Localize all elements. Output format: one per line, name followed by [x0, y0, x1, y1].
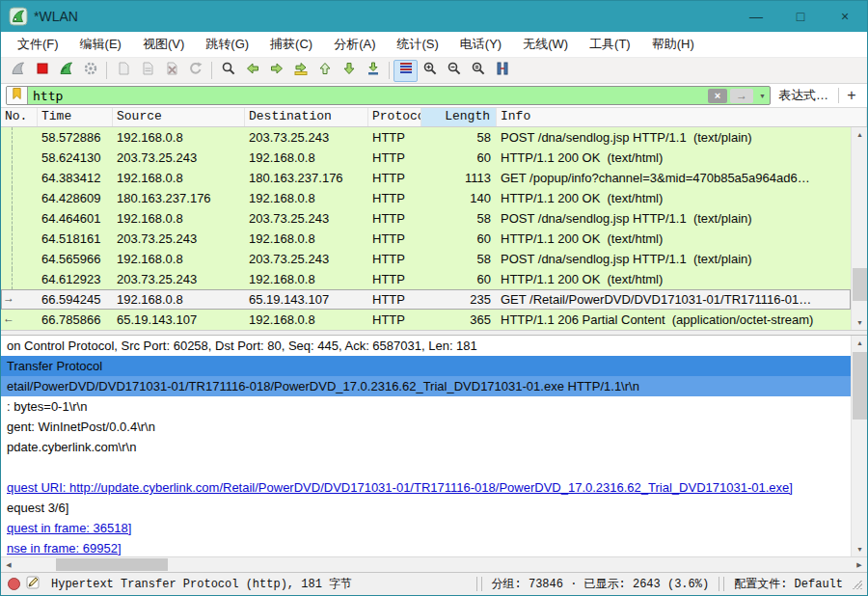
- menu-statistics[interactable]: 统计(S): [386, 32, 448, 57]
- detail-line-http-request-count[interactable]: equest 3/6]: [1, 498, 851, 518]
- cell-destination: 203.73.25.243: [245, 252, 368, 266]
- table-row[interactable]: 64.464601 192.168.0.8 203.73.25.243 HTTP…: [1, 208, 851, 229]
- detail-line-tcp[interactable]: on Control Protocol, Src Port: 60258, Ds…: [1, 336, 851, 356]
- restart-capture-button[interactable]: [54, 60, 78, 82]
- add-filter-button[interactable]: +: [841, 87, 862, 104]
- scroll-up-icon[interactable]: ▲: [852, 127, 868, 142]
- auto-scroll-button[interactable]: [361, 60, 385, 82]
- table-row[interactable]: ← 66.785866 65.19.143.107 192.168.0.8 HT…: [1, 310, 851, 330]
- detail-line-full-request-uri-link[interactable]: quest URI: http://update.cyberlink.com/R…: [1, 477, 851, 498]
- cell-protocol: HTTP: [368, 312, 421, 327]
- column-header-time[interactable]: Time: [38, 108, 113, 126]
- scrollbar-thumb[interactable]: [56, 558, 168, 571]
- column-header-source[interactable]: Source: [113, 108, 245, 126]
- scroll-down-icon[interactable]: ▼: [852, 542, 867, 556]
- menu-bar: 文件(F) 编辑(E) 视图(V) 跳转(G) 捕获(C) 分析(A) 统计(S…: [1, 32, 867, 58]
- column-header-info[interactable]: Info: [497, 108, 867, 126]
- capture-options-button[interactable]: [78, 60, 102, 82]
- go-back-button[interactable]: [240, 60, 264, 82]
- capture-comment-button[interactable]: [26, 576, 40, 593]
- filter-bookmark-button[interactable]: [7, 87, 28, 104]
- filter-clear-button[interactable]: ×: [708, 89, 727, 103]
- menu-telephony[interactable]: 电话(Y): [449, 32, 512, 57]
- close-button[interactable]: ×: [823, 1, 867, 32]
- save-file-button[interactable]: [135, 60, 159, 82]
- column-header-no[interactable]: No.: [1, 108, 38, 126]
- menu-file[interactable]: 文件(F): [7, 32, 69, 57]
- column-header-protocol[interactable]: Protocol: [368, 108, 421, 126]
- menu-tools[interactable]: 工具(T): [579, 32, 641, 57]
- detail-line-range[interactable]: : bytes=0-1\r\n: [1, 396, 851, 417]
- maximize-button[interactable]: □: [778, 1, 823, 32]
- go-last-button[interactable]: [337, 60, 361, 82]
- arrow-left-icon: [245, 61, 260, 80]
- zoom-reset-button[interactable]: [466, 60, 490, 82]
- column-header-length[interactable]: Length: [421, 108, 497, 126]
- start-capture-button[interactable]: [6, 60, 30, 82]
- close-file-button[interactable]: [159, 60, 183, 82]
- reload-file-button[interactable]: [183, 60, 207, 82]
- horizontal-scrollbar[interactable]: ◀ ▶: [1, 556, 867, 572]
- table-row[interactable]: 64.612923 203.73.25.243 192.168.0.8 HTTP…: [1, 269, 851, 289]
- scroll-up-icon[interactable]: ▲: [852, 336, 867, 350]
- scroll-right-icon[interactable]: ▶: [852, 557, 867, 572]
- go-first-button[interactable]: [312, 60, 337, 82]
- menu-capture[interactable]: 捕获(C): [259, 32, 323, 57]
- table-row[interactable]: 58.624130 203.73.25.243 192.168.0.8 HTTP…: [1, 148, 851, 168]
- title-bar: *WLAN — □ ×: [1, 1, 867, 32]
- find-packet-button[interactable]: [216, 60, 240, 82]
- table-row[interactable]: 58.572886 192.168.0.8 203.73.25.243 HTTP…: [1, 127, 851, 148]
- cell-destination: 192.168.0.8: [245, 312, 368, 327]
- related-packet-line: [12, 127, 13, 148]
- resize-grip[interactable]: [853, 580, 862, 589]
- status-profile[interactable]: 配置文件: Default: [726, 576, 851, 592]
- expert-info-icon[interactable]: [8, 578, 20, 590]
- cell-info: POST /dna/sendlog.jsp HTTP/1.1 (text/pla…: [497, 211, 851, 226]
- filter-dropdown-button[interactable]: ▼: [755, 87, 770, 104]
- resize-columns-button[interactable]: [490, 60, 514, 82]
- menu-wireless[interactable]: 无线(W): [512, 32, 579, 57]
- details-scrollbar[interactable]: ▲ ▼: [851, 336, 867, 556]
- minimize-button[interactable]: —: [734, 1, 778, 32]
- detail-line-prev-request-frame-link[interactable]: quest in frame: 36518]: [1, 518, 851, 538]
- zoom-out-icon: [447, 61, 462, 80]
- expression-button[interactable]: 表达式…: [771, 87, 836, 104]
- display-filter-input[interactable]: http: [28, 87, 708, 104]
- packet-list-header: No. Time Source Destination Protocol Len…: [1, 108, 867, 127]
- menu-go[interactable]: 跳转(G): [195, 32, 259, 57]
- table-row[interactable]: 64.518161 203.73.25.243 192.168.0.8 HTTP…: [1, 229, 851, 249]
- open-file-button[interactable]: [111, 60, 135, 82]
- scrollbar-thumb[interactable]: [853, 352, 867, 420]
- zoom-in-icon: [422, 61, 438, 80]
- table-row[interactable]: 64.383412 192.168.0.8 180.163.237.176 HT…: [1, 168, 851, 188]
- related-packet-cell: [1, 127, 38, 148]
- cell-time: 64.383412: [38, 171, 113, 185]
- menu-edit[interactable]: 编辑(E): [69, 32, 132, 57]
- menu-help[interactable]: 帮助(H): [641, 32, 705, 57]
- column-header-destination[interactable]: Destination: [245, 108, 368, 126]
- cell-destination: 192.168.0.8: [245, 231, 368, 246]
- filter-apply-button[interactable]: →: [730, 89, 753, 103]
- zoom-in-button[interactable]: [418, 60, 442, 82]
- related-packet-cell: [1, 188, 38, 208]
- packet-list-scrollbar[interactable]: ▲ ▼: [851, 127, 867, 330]
- go-to-packet-button[interactable]: [288, 60, 312, 82]
- scrollbar-thumb[interactable]: [853, 268, 867, 301]
- detail-line-http-selected[interactable]: Transfer Protocol: [1, 356, 851, 376]
- menu-view[interactable]: 视图(V): [132, 32, 195, 57]
- detail-line-user-agent[interactable]: gent: WinInetPost/0.0.4\r\n: [1, 417, 851, 437]
- scroll-left-icon[interactable]: ◀: [1, 557, 16, 572]
- scroll-down-icon[interactable]: ▼: [852, 315, 868, 330]
- cell-info: GET /Retail/PowerDVD/DVD171031-01/TR1711…: [497, 292, 851, 307]
- table-row[interactable]: 64.565966 192.168.0.8 203.73.25.243 HTTP…: [1, 249, 851, 269]
- go-forward-button[interactable]: [264, 60, 288, 82]
- zoom-out-button[interactable]: [442, 60, 466, 82]
- table-row-selected[interactable]: → 66.594245 192.168.0.8 65.19.143.107 HT…: [1, 289, 851, 310]
- stop-capture-button[interactable]: [30, 60, 54, 82]
- colorize-button[interactable]: [393, 60, 418, 82]
- table-row[interactable]: 64.428609 180.163.237.176 192.168.0.8 HT…: [1, 188, 851, 208]
- detail-line-request[interactable]: etail/PowerDVD/DVD171031-01/TR171116-018…: [1, 376, 851, 396]
- menu-analyze[interactable]: 分析(A): [323, 32, 386, 57]
- detail-line-response-frame-link[interactable]: nse in frame: 69952]: [1, 538, 851, 556]
- detail-line-host[interactable]: pdate.cyberlink.com\r\n: [1, 437, 851, 457]
